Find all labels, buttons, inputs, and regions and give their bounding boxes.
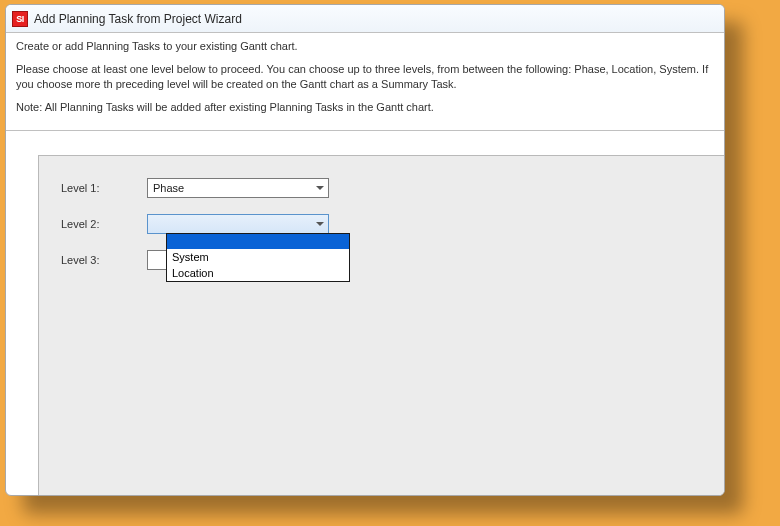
label-level-1: Level 1: (39, 182, 147, 194)
row-level-3: Level 3: (39, 250, 724, 270)
combo-level-2-dropdown[interactable]: System Location (166, 233, 350, 282)
dropdown-option-blank[interactable] (167, 234, 349, 249)
chevron-down-icon (316, 184, 324, 192)
wizard-window: SI Add Planning Task from Project Wizard… (5, 4, 725, 496)
combo-level-2[interactable] (147, 214, 329, 234)
window-title: Add Planning Task from Project Wizard (34, 12, 242, 26)
combo-level-1[interactable]: Phase (147, 178, 329, 198)
intro-line-2: Please choose at least one level below t… (16, 62, 714, 92)
row-level-2: Level 2: (39, 214, 724, 234)
chevron-down-icon (316, 220, 324, 228)
intro-panel: Create or add Planning Tasks to your exi… (6, 33, 724, 131)
row-level-1: Level 1: Phase (39, 178, 724, 198)
app-icon: SI (12, 11, 28, 27)
combo-level-1-value: Phase (153, 182, 184, 194)
label-level-3: Level 3: (39, 254, 147, 266)
intro-line-3: Note: All Planning Tasks will be added a… (16, 100, 714, 115)
form-panel: Level 1: Phase Level 2: Level 3: System … (38, 155, 724, 495)
dropdown-option-system[interactable]: System (167, 249, 349, 265)
label-level-2: Level 2: (39, 218, 147, 230)
titlebar: SI Add Planning Task from Project Wizard (6, 5, 724, 33)
dropdown-option-location[interactable]: Location (167, 265, 349, 281)
intro-line-1: Create or add Planning Tasks to your exi… (16, 39, 714, 54)
